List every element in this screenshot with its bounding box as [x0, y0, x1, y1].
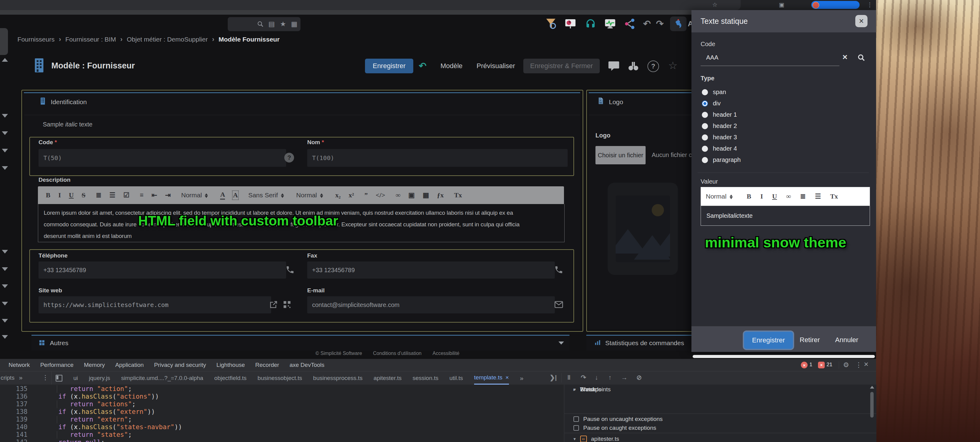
step-into-icon[interactable]: ↓ [595, 374, 598, 381]
email-input[interactable]: contact@simplicitesoftware.com [307, 296, 555, 314]
strike-icon[interactable]: S [82, 191, 85, 199]
breadcrumb-item[interactable]: Fournisseurs [18, 36, 54, 43]
source-file-tab[interactable]: simplicite.umd....?_=7.0.0-alpha [121, 375, 203, 382]
profile-pill-button[interactable] [811, 1, 859, 9]
line-number[interactable]: 136 [3, 393, 27, 401]
radio-icon[interactable] [702, 157, 708, 163]
save-button[interactable]: Enregistrer [365, 59, 413, 73]
clear-format-icon[interactable]: Tx [830, 192, 838, 200]
extensions-icon[interactable]: ▣ [779, 2, 784, 8]
devtools-tab[interactable]: axe DevTools [290, 362, 325, 368]
code-editor[interactable]: 135return "action";136if (x.hasClass("ac… [0, 385, 564, 442]
monitoring-icon[interactable] [604, 18, 616, 30]
expand-down-icon[interactable] [2, 114, 8, 117]
clear-format-icon[interactable]: Tx [454, 191, 462, 199]
code-input[interactable]: T(50) [38, 149, 286, 167]
panel-save-button[interactable]: Enregistrer [744, 332, 793, 349]
link-icon[interactable]: ∞ [396, 191, 401, 199]
devtools-tab[interactable]: Recorder [255, 362, 279, 368]
paragraph-style-select[interactable]: Normal [706, 193, 735, 200]
line-number[interactable]: 135 [3, 385, 27, 393]
envelope-icon[interactable] [554, 300, 563, 309]
code-line[interactable]: 137return "actions"; [0, 401, 564, 408]
help-icon[interactable]: ? [648, 60, 659, 72]
devtools-tab[interactable]: Lighthouse [216, 362, 245, 368]
debugger-section-header[interactable]: ▾ Breakpoints [564, 385, 877, 394]
reset-undo-icon[interactable]: ↶ [419, 60, 426, 71]
expand-down-icon[interactable] [2, 319, 8, 323]
binoculars-icon[interactable] [627, 60, 640, 72]
panel-remove-button[interactable]: Retirer [800, 336, 820, 344]
bullet-list-icon[interactable]: ☰ [815, 192, 821, 200]
expand-down-icon[interactable] [2, 302, 8, 306]
redo-icon[interactable]: ↷ [656, 19, 663, 29]
external-link-icon[interactable] [269, 300, 278, 309]
search-icon[interactable] [257, 21, 264, 28]
deactivate-breakpoints-icon[interactable]: ⊘ [636, 374, 642, 381]
expand-down-icon[interactable] [2, 149, 8, 152]
type-radio-option[interactable]: header 4 [702, 143, 741, 154]
source-file-tab[interactable]: businessobject.ts [258, 375, 302, 382]
nom-input[interactable]: T(100) [307, 149, 568, 167]
expand-down-icon[interactable] [2, 284, 8, 288]
devtools-menu-icon[interactable]: ⋮ [855, 361, 862, 369]
code-line[interactable]: 136if (x.hasClass("actions")) [0, 393, 564, 401]
type-radio-option[interactable]: paragraph [702, 154, 741, 166]
comment-icon[interactable] [608, 60, 620, 72]
filter-search-icon[interactable] [545, 18, 557, 30]
clear-icon[interactable]: × [842, 52, 847, 62]
ordered-list-icon[interactable]: ≣ [800, 192, 806, 200]
video-icon[interactable]: ▦ [423, 191, 429, 199]
devtools-tab[interactable]: Application [115, 362, 144, 368]
website-input[interactable]: https://www.simplicitesoftware.com [38, 296, 271, 314]
source-file-tab[interactable]: objectfield.ts [214, 375, 247, 382]
checkbox-row[interactable]: Pause on caught exceptions [564, 423, 663, 432]
source-file-tab[interactable]: session.ts [413, 375, 438, 382]
superscript-icon[interactable]: x² [348, 191, 354, 199]
image-icon[interactable]: ▣ [408, 191, 415, 199]
expand-down-icon[interactable] [2, 166, 8, 170]
font-select[interactable]: Sans Serif [248, 192, 286, 199]
autres-panel[interactable]: Autres [32, 335, 570, 351]
type-radio-option[interactable]: div [702, 98, 741, 109]
horizontal-scrollbar[interactable] [693, 355, 875, 358]
devtools-close-icon[interactable]: × [864, 360, 869, 368]
text-color-icon[interactable]: A [220, 191, 225, 200]
code-line[interactable]: 135return "action"; [0, 385, 564, 393]
line-number[interactable]: 139 [3, 416, 27, 423]
type-radio-option[interactable]: header 3 [702, 131, 741, 143]
radio-icon[interactable] [702, 89, 708, 95]
radio-icon[interactable] [702, 135, 708, 141]
source-file-tab-active[interactable]: template.ts × [474, 371, 509, 385]
check-list-icon[interactable]: ☑ [124, 191, 130, 199]
favorite-star-icon[interactable]: ☆ [668, 59, 678, 71]
link-icon[interactable]: ∞ [786, 192, 791, 200]
terms-link[interactable]: Conditions d'utilisation [373, 351, 422, 356]
logo-image-placeholder[interactable] [608, 183, 678, 275]
code-lookup-input[interactable]: AAA [701, 52, 839, 66]
preview-button[interactable]: Prévisualiser [474, 59, 517, 73]
toggle-sidebar-icon[interactable]: ❯| [550, 374, 557, 381]
type-radio-option[interactable]: header 2 [702, 120, 741, 131]
model-button[interactable]: Modèle [439, 59, 464, 73]
issues-badge-icon[interactable]: × [818, 362, 825, 368]
ordered-list-icon[interactable]: ≣ [95, 191, 101, 199]
formula-icon[interactable]: ƒx [437, 191, 444, 199]
field-help-icon[interactable]: ? [284, 153, 294, 163]
favorites-star-icon[interactable]: ★ [280, 21, 286, 27]
global-search-input[interactable]: ▤ ★ ▦ [228, 17, 301, 31]
source-file-tab[interactable]: util.ts [449, 375, 463, 382]
scrollbar-up-icon[interactable] [870, 386, 874, 388]
code-line[interactable]: 140if (x.hasClass("states-navbar")) [0, 423, 564, 431]
ai-assistant-tile[interactable] [670, 16, 687, 31]
checkbox-row[interactable]: Pause on uncaught exceptions [564, 415, 663, 423]
chevron-down-icon[interactable] [558, 342, 564, 345]
radio-icon[interactable] [702, 100, 708, 107]
radio-icon[interactable] [702, 112, 708, 118]
devtools-tab[interactable]: Network [8, 362, 30, 368]
source-file-tab[interactable]: businessprocess.ts [313, 375, 363, 382]
code-line[interactable]: 142return null; [0, 439, 564, 442]
browser-toolbar-area[interactable] [0, 0, 741, 10]
step-out-icon[interactable]: ↑ [608, 374, 612, 381]
navigator-menu-icon[interactable]: ⋮ [42, 374, 49, 381]
